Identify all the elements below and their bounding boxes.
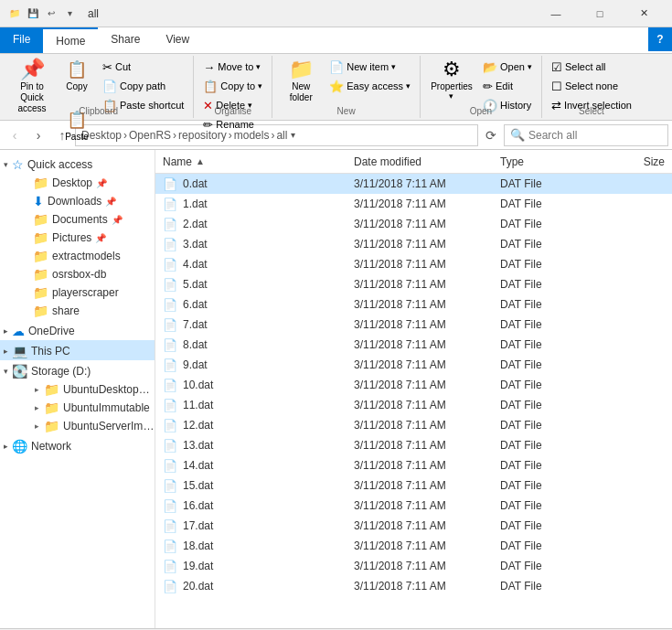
copy-button[interactable]: 📋 Copy [57, 58, 97, 107]
table-row[interactable]: 📄 15.dat 3/11/2018 7:11 AM DAT File [155, 475, 672, 496]
sidebar-item-extractmodels[interactable]: 📁 extractmodels [0, 247, 155, 265]
copy-to-button[interactable]: 📋 Copy to ▾ [199, 77, 266, 95]
sidebar-item-ubuntu18[interactable]: ▸ 📁 UbuntuDesktop18.1 [0, 380, 155, 399]
pin-desktop-icon: 📌 [96, 178, 107, 188]
this-pc-section[interactable]: ▸ 💻 This PC [0, 340, 155, 360]
table-row[interactable]: 📄 3.dat 3/11/2018 7:11 AM DAT File [155, 234, 672, 254]
maximize-button[interactable]: □ [579, 0, 621, 27]
cut-button[interactable]: ✂ Cut [99, 58, 187, 76]
tab-view[interactable]: View [153, 27, 202, 53]
sidebar-item-share[interactable]: 📁 share [0, 302, 155, 320]
close-button[interactable]: ✕ [623, 0, 665, 27]
file-date: 3/11/2018 7:11 AM [354, 198, 500, 210]
file-name: 17.dat [183, 519, 354, 532]
sidebar-item-downloads[interactable]: ⬇ Downloads 📌 [0, 192, 155, 210]
minimize-button[interactable]: — [535, 0, 577, 27]
sidebar-item-documents[interactable]: 📁 Documents 📌 [0, 210, 155, 229]
ubuntu18-label: UbuntuDesktop18.1 [63, 383, 155, 396]
dat-file-icon: 📄 [163, 177, 179, 191]
file-date: 3/11/2018 7:11 AM [354, 238, 500, 251]
table-row[interactable]: 📄 9.dat 3/11/2018 7:11 AM DAT File [155, 355, 672, 375]
file-type: DAT File [500, 459, 592, 472]
sidebar-item-ubuntuimmutable[interactable]: ▸ 📁 UbuntuImmutable [0, 399, 155, 417]
share-folder-icon: 📁 [33, 304, 48, 318]
rename-button[interactable]: ✏ Rename [199, 115, 266, 133]
table-row[interactable]: 📄 5.dat 3/11/2018 7:11 AM DAT File [155, 274, 672, 294]
extractmodels-folder-icon: 📁 [33, 249, 48, 263]
table-row[interactable]: 📄 19.dat 3/11/2018 7:11 AM DAT File [155, 556, 672, 576]
sidebar-item-ubuntuserver[interactable]: ▸ 📁 UbuntuServerImmu [0, 417, 155, 435]
extractmodels-label: extractmodels [52, 250, 121, 262]
search-input[interactable] [528, 129, 662, 142]
table-row[interactable]: 📄 2.dat 3/11/2018 7:11 AM DAT File [155, 214, 672, 234]
open-button[interactable]: 📂 Open ▾ [479, 58, 536, 76]
help-button[interactable]: ? [648, 27, 672, 51]
file-explorer-icon: 📁 [7, 6, 22, 21]
properties-button[interactable]: ⚙ Properties ▾ [426, 58, 477, 107]
easy-access-button[interactable]: ⭐ Easy access ▾ [325, 77, 414, 95]
dat-file-icon: 📄 [163, 499, 179, 513]
table-row[interactable]: 📄 18.dat 3/11/2018 7:11 AM DAT File [155, 536, 672, 556]
file-date: 3/11/2018 7:11 AM [354, 580, 500, 593]
column-date-modified[interactable]: Date modified [354, 155, 500, 168]
table-row[interactable]: 📄 8.dat 3/11/2018 7:11 AM DAT File [155, 335, 672, 355]
quick-access-arrow: ▾ [4, 160, 8, 169]
table-row[interactable]: 📄 17.dat 3/11/2018 7:11 AM DAT File [155, 516, 672, 536]
easy-access-dropdown-icon: ▾ [406, 81, 411, 91]
dat-file-icon: 📄 [163, 539, 179, 553]
dat-file-icon: 📄 [163, 238, 179, 251]
dropdown-icon[interactable]: ▾ [62, 6, 77, 21]
refresh-button[interactable]: ⟳ [480, 124, 502, 146]
onedrive-section[interactable]: ▸ ☁ OneDrive [0, 320, 155, 340]
table-row[interactable]: 📄 11.dat 3/11/2018 7:11 AM DAT File [155, 395, 672, 415]
new-item-button[interactable]: 📄 New item ▾ [325, 58, 414, 76]
tab-home[interactable]: Home [43, 27, 98, 53]
file-date: 3/11/2018 7:11 AM [354, 399, 500, 411]
ubuntuserver-icon: 📁 [44, 419, 59, 433]
table-row[interactable]: 📄 4.dat 3/11/2018 7:11 AM DAT File [155, 254, 672, 274]
select-items: ☑ Select all ☐ Select none ⇄ Invert sele… [548, 58, 635, 127]
copy-path-button[interactable]: 📄 Copy path [99, 77, 187, 95]
title-bar-icons: 📁 💾 ↩ ▾ [7, 6, 77, 21]
tab-share[interactable]: Share [98, 27, 153, 53]
move-to-button[interactable]: → Move to ▾ [199, 58, 266, 76]
table-row[interactable]: 📄 7.dat 3/11/2018 7:11 AM DAT File [155, 315, 672, 335]
column-size[interactable]: Size [592, 155, 665, 168]
table-row[interactable]: 📄 6.dat 3/11/2018 7:11 AM DAT File [155, 294, 672, 315]
select-all-button[interactable]: ☑ Select all [548, 58, 635, 76]
file-type: DAT File [500, 258, 592, 271]
file-name: 6.dat [183, 298, 354, 311]
storage-icon: 💽 [12, 364, 27, 379]
column-type[interactable]: Type [500, 155, 592, 168]
documents-folder-icon: 📁 [33, 212, 48, 227]
this-pc-label: This PC [31, 345, 70, 358]
network-section[interactable]: ▸ 🌐 Network [0, 435, 155, 455]
table-row[interactable]: 📄 14.dat 3/11/2018 7:11 AM DAT File [155, 455, 672, 475]
table-row[interactable]: 📄 0.dat 3/11/2018 7:11 AM DAT File [155, 174, 672, 194]
storage-section[interactable]: ▾ 💽 Storage (D:) [0, 360, 155, 380]
new-item-dropdown-icon: ▾ [391, 62, 396, 71]
scissors-icon: ✂ [102, 60, 112, 74]
column-name[interactable]: Name ▲ [163, 155, 354, 168]
playerscraper-label: playerscraper [52, 286, 119, 299]
file-date: 3/11/2018 7:11 AM [354, 560, 500, 572]
table-row[interactable]: 📄 10.dat 3/11/2018 7:11 AM DAT File [155, 375, 672, 395]
pin-to-quick-access-button[interactable]: 📌 Pin to Quick access [9, 58, 55, 107]
table-row[interactable]: 📄 12.dat 3/11/2018 7:11 AM DAT File [155, 415, 672, 435]
table-row[interactable]: 📄 20.dat 3/11/2018 7:11 AM DAT File [155, 576, 672, 596]
rename-icon: ✏ [203, 118, 213, 132]
tab-file[interactable]: File [0, 27, 43, 53]
select-none-button[interactable]: ☐ Select none [548, 77, 635, 95]
table-row[interactable]: 📄 13.dat 3/11/2018 7:11 AM DAT File [155, 435, 672, 455]
file-type: DAT File [500, 318, 592, 331]
search-box[interactable]: 🔍 [504, 124, 668, 146]
table-row[interactable]: 📄 1.dat 3/11/2018 7:11 AM DAT File [155, 194, 672, 214]
sidebar-item-desktop[interactable]: 📁 Desktop 📌 [0, 174, 155, 192]
sidebar-item-playerscraper[interactable]: 📁 playerscraper [0, 283, 155, 302]
table-row[interactable]: 📄 16.dat 3/11/2018 7:11 AM DAT File [155, 496, 672, 516]
edit-button[interactable]: ✏ Edit [479, 77, 536, 95]
sidebar-item-pictures[interactable]: 📁 Pictures 📌 [0, 229, 155, 247]
properties-label-wrap: Properties ▾ [431, 81, 473, 101]
new-folder-button[interactable]: 📁 Newfolder [278, 58, 324, 107]
sidebar-item-osrsbox[interactable]: 📁 osrsbox-db [0, 265, 155, 283]
